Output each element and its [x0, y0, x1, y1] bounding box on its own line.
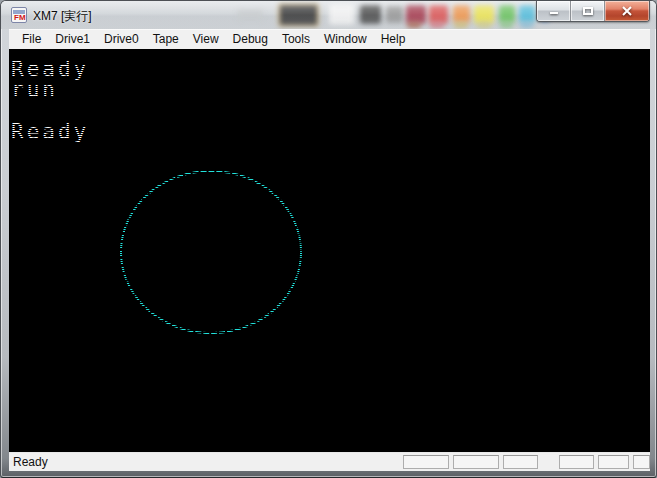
- graphics-layer: [9, 49, 650, 452]
- statusbar-panel: [503, 455, 538, 469]
- glass-color-blob: [519, 5, 535, 23]
- window-controls: [536, 1, 650, 22]
- statusbar-panel: [403, 455, 449, 469]
- menu-tape[interactable]: Tape: [146, 30, 186, 49]
- glass-color-blob: [278, 3, 319, 27]
- menubar: File Drive1 Drive0 Tape View Debug Tools…: [9, 29, 650, 49]
- maximize-button[interactable]: [571, 1, 605, 21]
- glass-color-blob: [454, 22, 468, 28]
- glass-color-blob: [477, 22, 491, 28]
- titlebar[interactable]: FM XM7 [実行]: [1, 1, 656, 29]
- statusbar: Ready: [9, 452, 650, 471]
- glass-color-blob: [499, 5, 515, 23]
- glass-color-blob: [430, 22, 444, 28]
- minimize-button[interactable]: [537, 1, 571, 21]
- close-button[interactable]: [605, 1, 649, 21]
- statusbar-panel: [633, 455, 650, 469]
- statusbar-panel: [559, 455, 594, 469]
- statusbar-panel: [598, 455, 629, 469]
- statusbar-panel: [453, 455, 499, 469]
- window-title: XM7 [実行]: [33, 8, 92, 25]
- menu-file[interactable]: File: [15, 30, 48, 49]
- menu-window[interactable]: Window: [317, 30, 374, 49]
- glass-color-blob: [453, 5, 470, 23]
- glass-color-blob: [360, 5, 381, 24]
- glass-color-blob: [407, 22, 421, 28]
- menu-tools[interactable]: Tools: [275, 30, 317, 49]
- status-message: Ready: [13, 455, 48, 469]
- app-icon-label: FM: [14, 14, 26, 22]
- glass-color-blob: [520, 22, 533, 28]
- menu-help[interactable]: Help: [374, 30, 413, 49]
- menu-drive1[interactable]: Drive1: [48, 30, 97, 49]
- app-icon[interactable]: FM: [11, 7, 27, 23]
- glass-color-blob: [329, 4, 354, 25]
- glass-color-blob: [500, 22, 513, 28]
- glass-color-blob: [386, 6, 403, 23]
- menu-view[interactable]: View: [186, 30, 226, 49]
- menu-drive0[interactable]: Drive0: [97, 30, 146, 49]
- drawn-circle: [121, 171, 301, 333]
- emulator-screen[interactable]: Ready run Ready: [9, 49, 650, 452]
- menu-debug[interactable]: Debug: [226, 30, 275, 49]
- glass-color-blob: [237, 9, 263, 21]
- xm7-emulator-window: FM XM7 [実行] File Drive1 Drive0: [0, 0, 657, 478]
